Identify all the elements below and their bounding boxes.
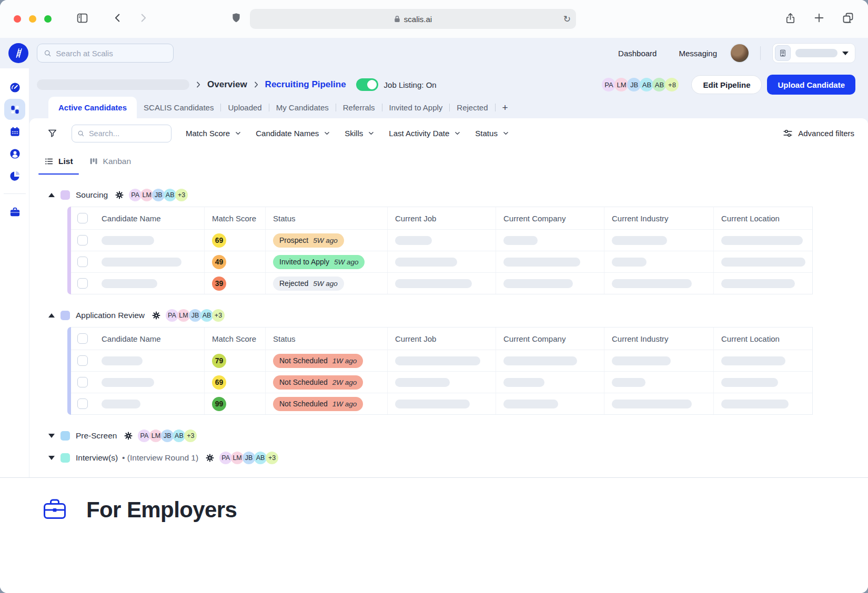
breadcrumb-current-page[interactable]: Recruiting Pipeline bbox=[265, 79, 346, 90]
avatar-chip[interactable]: JB bbox=[243, 452, 255, 464]
row-checkbox[interactable] bbox=[77, 278, 88, 289]
avatar-chip[interactable]: AB bbox=[164, 189, 176, 201]
tab-invited-to-apply[interactable]: Invited to Apply bbox=[382, 97, 450, 118]
filter-funnel-icon[interactable] bbox=[47, 128, 57, 138]
avatar-chip[interactable]: AB bbox=[652, 78, 666, 91]
view-list[interactable]: List bbox=[36, 148, 81, 175]
avatar-overflow-chip[interactable]: +3 bbox=[212, 309, 225, 322]
avatar-chip[interactable]: LM bbox=[614, 78, 628, 91]
scalis-logo[interactable] bbox=[8, 43, 28, 63]
candidate-search[interactable] bbox=[72, 125, 171, 142]
nav-dashboard[interactable]: Dashboard bbox=[618, 49, 657, 58]
row-checkbox[interactable] bbox=[77, 235, 88, 246]
candidate-name-placeholder bbox=[102, 279, 157, 288]
job-listing-toggle[interactable] bbox=[356, 78, 378, 91]
view-kanban[interactable]: Kanban bbox=[81, 148, 139, 175]
tab-uploaded[interactable]: Uploaded bbox=[221, 97, 268, 118]
add-tab-button[interactable]: + bbox=[496, 102, 515, 114]
row-checkbox[interactable] bbox=[77, 257, 88, 267]
share-icon[interactable] bbox=[784, 12, 796, 26]
table-row[interactable]: 79 Not Scheduled1W ago bbox=[71, 350, 812, 371]
sidebar-item-analytics[interactable] bbox=[4, 165, 25, 186]
tab-overview-icon[interactable] bbox=[842, 12, 854, 26]
back-button[interactable] bbox=[112, 12, 124, 26]
avatar-overflow-chip[interactable]: +3 bbox=[266, 452, 278, 464]
avatar-chip[interactable]: AB bbox=[200, 309, 213, 322]
avatar-chip[interactable]: LM bbox=[149, 430, 162, 442]
avatar-chip[interactable]: JB bbox=[161, 430, 174, 442]
table-row[interactable]: 49 Invited to Apply5W ago bbox=[71, 251, 812, 272]
breadcrumb-overview[interactable]: Overview bbox=[207, 79, 247, 90]
table-row[interactable]: 69 Not Scheduled2W ago bbox=[71, 371, 812, 393]
sidebar-item-employers[interactable] bbox=[4, 201, 25, 222]
avatar-chip[interactable]: LM bbox=[231, 452, 244, 464]
tab-rejected[interactable]: Rejected bbox=[450, 97, 494, 118]
avatar-chip[interactable]: JB bbox=[152, 189, 165, 201]
privacy-shield-icon[interactable] bbox=[230, 12, 242, 26]
global-search[interactable] bbox=[37, 44, 174, 63]
advanced-filters-button[interactable]: Advanced filters bbox=[783, 128, 854, 138]
avatar-overflow-chip[interactable]: +3 bbox=[184, 430, 197, 442]
search-input[interactable] bbox=[56, 49, 167, 58]
close-button[interactable] bbox=[14, 15, 21, 23]
avatar-chip[interactable]: AB bbox=[254, 452, 267, 464]
table-row[interactable]: 69 Prospect5W ago bbox=[71, 229, 812, 251]
tab-scalis-candidates[interactable]: SCALIS Candidates bbox=[137, 97, 220, 118]
table-row[interactable]: 39 Rejected5W ago bbox=[71, 272, 812, 294]
filter-last-activity-date[interactable]: Last Activity Date bbox=[389, 129, 461, 138]
select-all-checkbox[interactable] bbox=[77, 333, 88, 344]
tab-referrals[interactable]: Referrals bbox=[336, 97, 382, 118]
zoom-button[interactable] bbox=[44, 15, 52, 23]
new-tab-icon[interactable] bbox=[813, 12, 825, 26]
filter-skills[interactable]: Skills bbox=[345, 129, 375, 138]
filter-candidate-names[interactable]: Candidate Names bbox=[256, 129, 330, 138]
avatar-overflow-chip[interactable]: +3 bbox=[175, 189, 188, 201]
sidebar-item-pipeline[interactable] bbox=[4, 99, 25, 120]
upload-candidate-button[interactable]: Upload Candidate bbox=[767, 75, 855, 95]
avatar-chip[interactable]: PA bbox=[166, 309, 178, 322]
reload-icon[interactable]: ↻ bbox=[563, 14, 571, 25]
filter-status[interactable]: Status bbox=[475, 129, 509, 138]
status-badge: Not Scheduled1W ago bbox=[273, 397, 363, 411]
expand-icon[interactable] bbox=[48, 434, 55, 438]
sidebar-item-calendar[interactable] bbox=[4, 121, 25, 142]
nav-messaging[interactable]: Messaging bbox=[679, 49, 717, 58]
avatar-chip[interactable]: JB bbox=[627, 78, 641, 91]
address-bar[interactable]: scalis.ai ↻ bbox=[250, 9, 576, 29]
row-checkbox[interactable] bbox=[77, 398, 88, 409]
avatar-chip[interactable]: PA bbox=[219, 452, 232, 464]
avatar-chip[interactable]: PA bbox=[602, 78, 615, 91]
match-score-badge: 39 bbox=[212, 277, 226, 291]
avatar-chip[interactable]: LM bbox=[140, 189, 153, 201]
avatar-chip[interactable]: AB bbox=[173, 430, 185, 442]
avatar-chip[interactable]: PA bbox=[129, 189, 142, 201]
gear-icon[interactable] bbox=[205, 453, 215, 463]
collapse-icon[interactable] bbox=[48, 313, 55, 318]
forward-button[interactable] bbox=[137, 12, 149, 26]
user-avatar[interactable] bbox=[731, 44, 749, 62]
gear-icon[interactable] bbox=[115, 190, 124, 200]
collapse-icon[interactable] bbox=[48, 193, 55, 197]
filter-match-score[interactable]: Match Score bbox=[186, 129, 241, 138]
sidebar-toggle-icon[interactable] bbox=[76, 12, 89, 27]
sidebar-item-dashboard[interactable] bbox=[4, 77, 25, 98]
tab-active-candidates[interactable]: Active Candidates bbox=[48, 97, 137, 118]
account-switcher[interactable] bbox=[772, 43, 855, 63]
minimize-button[interactable] bbox=[29, 15, 36, 23]
row-checkbox[interactable] bbox=[77, 377, 88, 387]
sidebar-item-profile[interactable] bbox=[4, 143, 25, 164]
edit-pipeline-button[interactable]: Edit Pipeline bbox=[691, 75, 762, 94]
avatar-chip[interactable]: PA bbox=[138, 430, 150, 442]
select-all-checkbox[interactable] bbox=[77, 213, 88, 223]
avatar-chip[interactable]: LM bbox=[177, 309, 190, 322]
expand-icon[interactable] bbox=[48, 456, 55, 460]
avatar-chip[interactable]: JB bbox=[189, 309, 201, 322]
gear-icon[interactable] bbox=[124, 431, 133, 441]
table-row[interactable]: 99 Not Scheduled1W ago bbox=[71, 393, 812, 414]
avatar-chip[interactable]: AB bbox=[640, 78, 653, 91]
tab-my-candidates[interactable]: My Candidates bbox=[269, 97, 336, 118]
avatar-overflow-chip[interactable]: +8 bbox=[665, 78, 679, 91]
candidate-search-input[interactable] bbox=[89, 129, 166, 138]
gear-icon[interactable] bbox=[152, 311, 161, 320]
row-checkbox[interactable] bbox=[77, 355, 88, 366]
